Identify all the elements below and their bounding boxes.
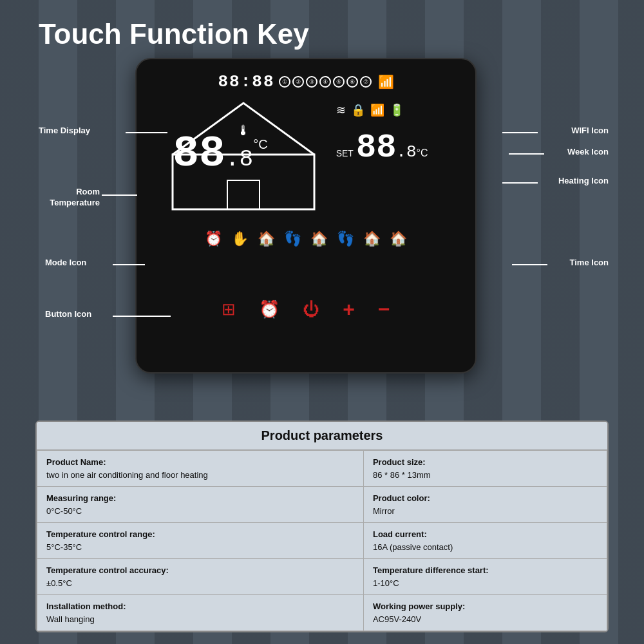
installation-cell: Installation method: Wall hanging: [37, 595, 364, 631]
battery-icon: 🔋: [390, 103, 404, 117]
params-table: Product Name: two in one air conditionin…: [37, 450, 607, 631]
product-color-label: Product color:: [373, 492, 598, 505]
room-temp-line: [102, 194, 137, 196]
status-icons: ≋ 🔒 📶 🔋: [336, 103, 404, 117]
wifi-icon-label: WIFI Icon: [571, 126, 609, 137]
button-icon-label: Button Icon: [45, 309, 91, 320]
day-4: ④: [319, 76, 331, 88]
product-color-value: Mirror: [373, 505, 598, 518]
table-row: Product Name: two in one air conditionin…: [37, 451, 607, 487]
day-circles: ① ② ③ ④ ⑤ ⑥ ⑦: [279, 76, 372, 88]
plus-button[interactable]: +: [343, 298, 355, 321]
heating-waves-icon: ≋: [336, 103, 346, 117]
temp-diff-cell: Temperature difference start: 1-10°C: [363, 559, 607, 595]
measuring-range-label: Measuring range:: [46, 492, 354, 505]
room-temp-label: RoomTemperature: [35, 187, 100, 209]
time-display-line: [126, 132, 167, 133]
mode-icons-row: ⏰ ✋ 🏠 👣 🏠 👣 🏠 🏠: [205, 231, 407, 247]
right-panel: ≋ 🔒 📶 🔋 SET 88.8°C: [336, 97, 452, 213]
temp-diff-label: Temperature difference start:: [373, 564, 598, 577]
thermostat-device: 88:88 ① ② ③ ④ ⑤ ⑥ ⑦ 📶: [135, 58, 477, 374]
temp-control-range-cell: Temperature control range: 5°C-35°C: [37, 523, 364, 559]
set-label: SET: [336, 148, 354, 158]
temp-accuracy-cell: Temperature control accuracy: ±0.5°C: [37, 559, 364, 595]
display-area: 88:88 ① ② ③ ④ ⑤ ⑥ ⑦ 📶: [153, 72, 458, 285]
time-icon-line: [512, 264, 547, 265]
week-icon-label: Week Icon: [567, 147, 609, 158]
day-1: ①: [279, 76, 290, 88]
params-title: Product parameters: [37, 422, 607, 450]
home-mode-1: 🏠: [258, 231, 275, 247]
room-temp-decimal: .8: [225, 146, 253, 173]
power-supply-label: Working power supply:: [373, 600, 598, 613]
heating-icon-label: Heating Icon: [558, 176, 609, 187]
product-name-cell: Product Name: two in one air conditionin…: [37, 451, 364, 487]
installation-label: Installation method:: [46, 600, 354, 613]
room-temp-unit: °C: [253, 137, 267, 152]
home-mode-3: 🏠: [363, 231, 381, 247]
clock-mode-icon: ⏰: [205, 231, 222, 247]
clock-button[interactable]: ⏰: [259, 299, 279, 319]
mode-icon-line: [113, 264, 145, 265]
lock-icon: 🔒: [351, 103, 365, 117]
measuring-range-cell: Measuring range: 0°C-50°C: [37, 487, 364, 523]
load-current-label: Load current:: [373, 528, 598, 541]
wifi-icon-line: [502, 132, 538, 133]
hand-icon: ✋: [231, 231, 249, 247]
main-display: 🌡 88.8°C ≋ 🔒 📶 🔋 SET 88.8: [153, 97, 458, 225]
product-size-label: Product size:: [373, 456, 598, 469]
day-5: ⑤: [333, 76, 345, 88]
signal-icon: 📶: [370, 103, 384, 117]
temp-control-range-label: Temperature control range:: [46, 528, 354, 541]
set-temp-decimal: .8: [396, 142, 416, 162]
power-supply-value: AC95V-240V: [373, 613, 598, 626]
heating-icon-line: [502, 182, 538, 184]
table-row: Measuring range: 0°C-50°C Product color:…: [37, 487, 607, 523]
time-icon-label: Time Icon: [570, 258, 609, 269]
table-row: Installation method: Wall hanging Workin…: [37, 595, 607, 631]
measuring-range-value: 0°C-50°C: [46, 505, 354, 518]
temp-diff-value: 1-10°C: [373, 577, 598, 590]
table-row: Temperature control accuracy: ±0.5°C Tem…: [37, 559, 607, 595]
set-temp-row: SET 88.8°C: [336, 131, 428, 165]
installation-value: Wall hanging: [46, 613, 354, 626]
svg-rect-1: [227, 180, 260, 209]
power-supply-cell: Working power supply: AC95V-240V: [363, 595, 607, 631]
power-button[interactable]: ⏻: [303, 299, 319, 319]
top-row: 88:88 ① ② ③ ④ ⑤ ⑥ ⑦ 📶: [153, 72, 458, 91]
menu-button[interactable]: ⊞: [222, 299, 236, 319]
temp-accuracy-label: Temperature control accuracy:: [46, 564, 354, 577]
minus-button[interactable]: −: [378, 298, 390, 321]
home-mode-2: 🏠: [310, 231, 328, 247]
walk-mode-1: 👣: [284, 231, 301, 247]
table-row: Temperature control range: 5°C-35°C Load…: [37, 523, 607, 559]
load-current-cell: Load current: 16A (passive contact): [363, 523, 607, 559]
time-display: 88:88: [218, 72, 274, 91]
thermostat-body: 88:88 ① ② ③ ④ ⑤ ⑥ ⑦ 📶: [135, 58, 477, 374]
week-icon-line: [509, 153, 544, 155]
load-current-value: 16A (passive contact): [373, 541, 598, 554]
mode-icon-label: Mode Icon: [45, 258, 86, 269]
product-size-value: 86 * 86 * 13mm: [373, 469, 598, 482]
product-color-cell: Product color: Mirror: [363, 487, 607, 523]
temp-control-range-value: 5°C-35°C: [46, 541, 354, 554]
room-temp-value: 88: [173, 129, 225, 178]
product-name-label: Product Name:: [46, 456, 354, 469]
set-temp-value: 88: [356, 131, 396, 165]
walk-mode-2: 👣: [337, 231, 354, 247]
day-7: ⑦: [360, 76, 372, 88]
time-display-label: Time Display: [39, 126, 90, 137]
product-size-cell: Product size: 86 * 86 * 13mm: [363, 451, 607, 487]
home-mode-4: 🏠: [390, 231, 407, 247]
set-temp-unit: °C: [417, 147, 428, 159]
page-title: Touch Function Key: [39, 18, 309, 50]
button-row: ⊞ ⏰ ⏻ + −: [222, 298, 390, 321]
temp-accuracy-value: ±0.5°C: [46, 577, 354, 590]
day-2: ②: [292, 76, 304, 88]
day-6: ⑥: [346, 76, 358, 88]
product-params-container: Product parameters Product Name: two in …: [35, 421, 609, 632]
product-name-value: two in one air conditioning and floor he…: [46, 469, 354, 482]
day-3: ③: [306, 76, 317, 88]
room-temp-display: 88.8°C: [173, 132, 267, 176]
button-icon-line: [113, 316, 171, 317]
